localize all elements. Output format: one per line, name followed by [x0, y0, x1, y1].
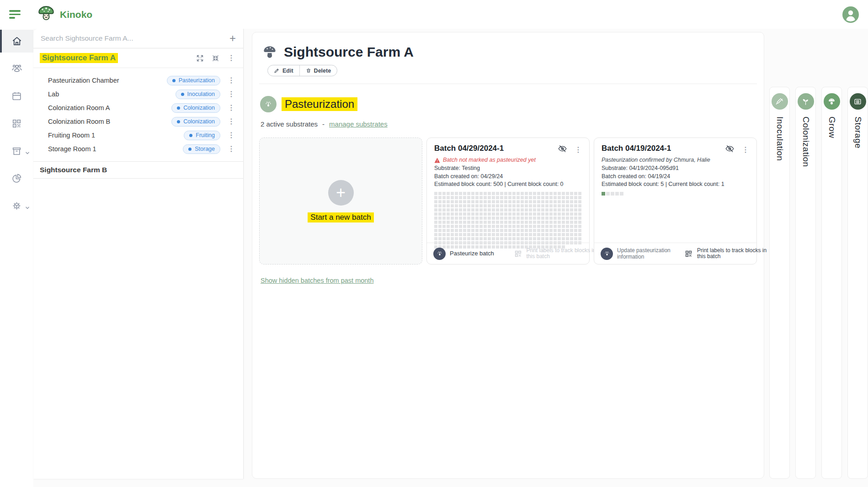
room-name: Lab [48, 90, 59, 98]
warning-icon [434, 158, 440, 163]
batch-card-footer: Update pasteurization information Print … [594, 243, 756, 264]
sidebar-room-item[interactable]: Pasteurization Chamber Pasteurization ⋮ [33, 74, 243, 87]
rail-item-users[interactable] [0, 57, 33, 80]
kebab-menu-icon[interactable]: ⋮ [228, 132, 235, 139]
collapse-icon [212, 55, 219, 62]
rail-item-home[interactable] [0, 30, 33, 53]
search-input[interactable] [41, 34, 229, 42]
expand-icon [197, 55, 203, 62]
rail-item-qr-code[interactable] [0, 112, 33, 135]
tab-inoculation[interactable]: Inoculation [769, 87, 790, 479]
start-new-batch-card[interactable]: + Start a new batch [259, 138, 422, 265]
kebab-menu-icon[interactable]: ⋮ [228, 145, 235, 153]
app-root: Kinoko [0, 0, 868, 487]
rail-item-calendar[interactable] [0, 85, 33, 107]
rail-item-settings[interactable] [0, 194, 33, 217]
batch-substrate: Substrate: Testing [434, 165, 582, 172]
separator: - [322, 120, 325, 128]
kebab-menu-icon[interactable]: ⋮ [228, 77, 235, 84]
room-tag-badge: Pasteurization [167, 76, 220, 85]
expand-all-button[interactable] [197, 55, 203, 62]
farm-a-tools: ⋮ [197, 54, 235, 62]
eye-slash-icon [558, 144, 567, 154]
show-hidden-batches-link[interactable]: Show hidden batches from past month [261, 277, 373, 284]
pasteurization-icon [260, 96, 277, 112]
hamburger-menu-icon[interactable] [9, 10, 22, 19]
batch-title: Batch 04/19/2024-1 [602, 143, 725, 153]
sidebar-room-item[interactable]: Colonization Room B Colonization ⋮ [33, 115, 243, 128]
farm-sidebar: + Sightsource Farm A ⋮ Pasteurization Ch… [33, 29, 244, 479]
batch-created: Batch created on: 04/19/24 [602, 173, 749, 180]
header-divider [259, 84, 757, 84]
kebab-menu-icon[interactable]: ⋮ [228, 118, 235, 125]
qr-code-icon [684, 249, 693, 258]
pie-chart-icon [11, 173, 22, 184]
sidebar-room-item[interactable]: Storage Room 1 Storage ⋮ [33, 142, 243, 156]
update-pasteurization-button[interactable]: Update pasteurization information [594, 247, 679, 260]
tab-label: Colonization [801, 116, 811, 167]
tab-storage[interactable]: Storage [847, 87, 868, 479]
pasteurization-icon [601, 248, 613, 260]
print-labels-button[interactable]: Print labels to track blocks in this bat… [679, 248, 770, 260]
batch-created: Batch created on: 04/29/24 [434, 173, 582, 180]
rail-item-inventory[interactable] [0, 139, 33, 162]
batch-status: Pasteurization confirmed by Chmura, Hali… [602, 157, 749, 164]
app-logo: Kinoko [37, 4, 92, 25]
farm-a-name: Sightsource Farm A [40, 53, 118, 63]
sidebar-room-item[interactable]: Colonization Room A Colonization ⋮ [33, 101, 243, 115]
manage-substrates-link[interactable]: manage substrates [329, 120, 388, 128]
room-list: Pasteurization Chamber Pasteurization ⋮ … [33, 68, 243, 161]
farm-a-header[interactable]: Sightsource Farm A ⋮ [33, 48, 243, 68]
room-name: Storage Room 1 [48, 145, 96, 153]
chevron-down-icon [25, 203, 30, 212]
sidebar-rail [0, 29, 33, 487]
batch-counts: Estimated block count: 500 | Current blo… [434, 181, 582, 188]
chevron-down-icon [25, 148, 30, 157]
tab-label: Storage [853, 116, 863, 148]
kebab-menu-icon[interactable]: ⋮ [228, 104, 235, 111]
collapse-all-button[interactable] [212, 55, 219, 62]
sidebar-room-item[interactable]: Fruiting Room 1 Fruiting ⋮ [33, 128, 243, 142]
room-tag-badge: Storage [183, 144, 220, 154]
kebab-menu-icon[interactable]: ⋮ [575, 146, 582, 154]
farm-b-header[interactable]: Sightsource Farm B [33, 161, 243, 179]
farm-actions: Edit Delete [267, 65, 337, 76]
qr-code-icon [514, 249, 522, 258]
start-new-batch-label: Start a new batch [308, 212, 373, 222]
kebab-menu-icon[interactable]: ⋮ [742, 146, 749, 154]
room-name: Fruiting Room 1 [48, 132, 95, 139]
user-avatar[interactable] [842, 6, 859, 23]
room-name: Pasteurization Chamber [48, 77, 119, 84]
batch-card-footer: Pasteurize batch Print labels to track b… [427, 243, 589, 264]
tab-colonization[interactable]: Colonization [795, 87, 816, 479]
room-tag-label: Colonization [183, 105, 215, 111]
kebab-menu-icon[interactable]: ⋮ [228, 90, 235, 98]
tag-dot-icon [172, 79, 176, 82]
batch-substrate: Substrate: 04/19/2024-095d91 [602, 165, 749, 172]
delete-button[interactable]: Delete [299, 65, 337, 76]
room-tag-label: Pasteurization [179, 77, 215, 84]
pasteurize-batch-button[interactable]: Pasteurize batch [427, 248, 508, 260]
syringe-icon [772, 93, 788, 110]
sidebar-room-item[interactable]: Lab Inoculation ⋮ [33, 87, 243, 101]
topbar: Kinoko [0, 0, 868, 29]
kebab-menu-icon[interactable]: ⋮ [228, 54, 235, 62]
hide-batch-button[interactable] [558, 144, 567, 155]
garage-icon [850, 93, 866, 110]
rail-item-reports[interactable] [0, 167, 33, 190]
room-name: Colonization Room B [48, 118, 110, 125]
batch-counts: Estimated block count: 5 | Current block… [602, 181, 749, 188]
tab-grow[interactable]: Grow [821, 87, 842, 479]
batch-header: Batch 04/19/2024-1 ⋮ [602, 143, 749, 155]
tag-dot-icon [189, 134, 192, 137]
tag-dot-icon [181, 93, 184, 96]
room-tag-label: Fruiting [196, 132, 215, 138]
edit-button[interactable]: Edit [268, 65, 299, 76]
room-tag-badge: Colonization [171, 103, 220, 113]
hide-batch-button[interactable] [725, 144, 735, 155]
pencil-icon [274, 68, 280, 74]
block-grid [434, 192, 583, 249]
tag-dot-icon [177, 106, 180, 110]
room-tag-badge: Colonization [171, 117, 220, 127]
add-location-button[interactable]: + [229, 33, 236, 44]
